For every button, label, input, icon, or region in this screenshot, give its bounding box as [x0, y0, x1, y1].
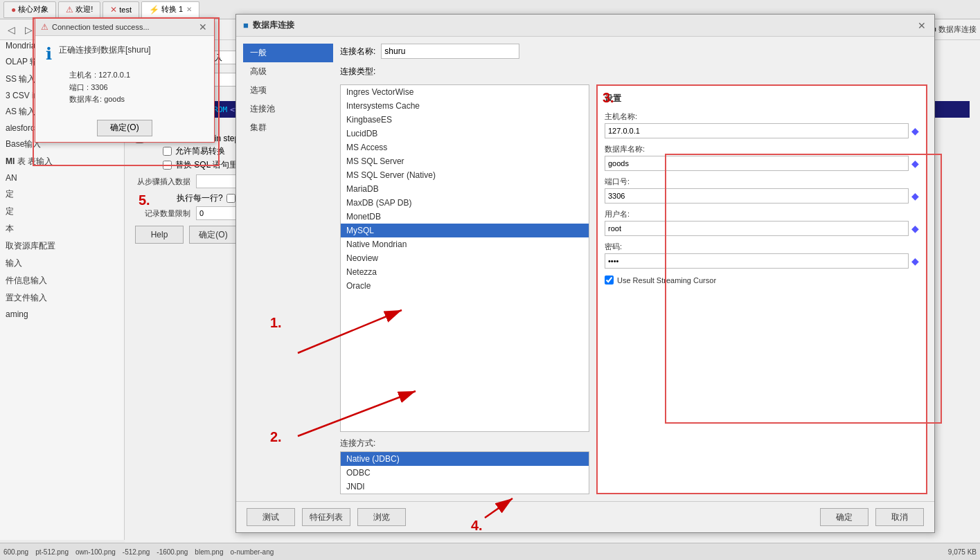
- status-file-3: own-100.png: [75, 548, 116, 556]
- status-file-7: o-number-ang: [230, 548, 274, 556]
- toolbar-btn-forward[interactable]: ▷: [21, 22, 36, 37]
- db-type-monetdb[interactable]: MonetDB: [341, 210, 589, 224]
- sidebar-item-file-info[interactable]: 件信息输入: [0, 272, 124, 289]
- conn-method-jndi[interactable]: JNDI: [341, 480, 589, 494]
- nav-item-options[interactable]: 选项: [243, 81, 333, 100]
- easy-transform-label: 允许简易转换: [175, 145, 225, 157]
- db-type-mssql-native[interactable]: MS SQL Server (Native): [341, 168, 589, 182]
- settings-password-input[interactable]: [605, 253, 909, 269]
- db-type-mssql[interactable]: MS SQL Server: [341, 154, 589, 168]
- popup-body: ℹ 正确连接到数据库[shuru] 主机名 : 127.0.0.1 端口 : 3…: [35, 36, 214, 114]
- nav-item-general[interactable]: 一般: [243, 44, 333, 62]
- dialog-ok-button[interactable]: 确定: [820, 508, 868, 526]
- popup-info-icon: ℹ: [46, 44, 52, 64]
- db-type-ingres[interactable]: Ingres VectorWise: [341, 85, 589, 99]
- streaming-cursor-label: Use Result Streaming Cursor: [617, 276, 716, 284]
- sidebar-item-def1[interactable]: 定: [0, 186, 124, 203]
- popup-host-row: 主机名 : 127.0.0.1: [69, 69, 204, 82]
- db-type-intersystems[interactable]: Intersystems Cache: [341, 99, 589, 113]
- conn-method-listbox[interactable]: Native (JDBC) ODBC JNDI: [340, 451, 589, 494]
- tab-icon-welcome: ⚠: [66, 5, 73, 15]
- tab-label-test: test: [119, 6, 132, 14]
- popup-message: 正确连接到数据库[shuru]: [59, 44, 151, 56]
- conn-method-odbc[interactable]: ODBC: [341, 466, 589, 480]
- settings-host-diamond[interactable]: ◆: [911, 125, 919, 136]
- tab-core-object[interactable]: ● 核心对象: [3, 1, 56, 18]
- sidebar-item-an[interactable]: AN: [0, 170, 124, 186]
- db-type-msaccess[interactable]: MS Access: [341, 141, 589, 154]
- settings-dbname-diamond[interactable]: ◆: [911, 158, 919, 169]
- settings-title: 设置: [605, 93, 919, 105]
- settings-port-input[interactable]: [605, 188, 909, 204]
- settings-port-diamond[interactable]: ◆: [911, 190, 919, 201]
- sidebar-item-input[interactable]: 输入: [0, 255, 124, 272]
- db-type-listbox[interactable]: Ingres VectorWise Intersystems Cache Kin…: [340, 84, 589, 432]
- toolbar-btn-back[interactable]: ◁: [3, 22, 19, 37]
- execute-each-checkbox[interactable]: [226, 194, 235, 203]
- popup-close-button[interactable]: ✕: [197, 21, 208, 33]
- step-ok-button[interactable]: 确定(O): [189, 226, 238, 244]
- settings-user-diamond[interactable]: ◆: [911, 223, 919, 234]
- dialog-cancel-button[interactable]: 取消: [875, 508, 924, 526]
- sidebar-item-ben[interactable]: 本: [0, 220, 124, 237]
- conn-method-native[interactable]: Native (JDBC): [341, 452, 589, 466]
- tab-transform1[interactable]: ⚡ 转换 1 ✕: [141, 1, 199, 18]
- test-button[interactable]: 测试: [247, 508, 295, 526]
- conn-name-label: 连接名称:: [340, 46, 375, 57]
- dialog-close-button[interactable]: ✕: [916, 20, 927, 31]
- conn-method-section: 连接方式: Native (JDBC) ODBC JNDI: [340, 437, 589, 494]
- settings-host-input[interactable]: [605, 123, 909, 138]
- tab-label-welcome: 欢迎!: [75, 4, 93, 15]
- nav-item-pool[interactable]: 连接池: [243, 100, 333, 118]
- nav-item-advanced[interactable]: 高级: [243, 62, 333, 81]
- dialog-body: 一般 高级 选项 连接池 集群 连接名称: 连接类型: Ingres Vecto…: [236, 37, 934, 501]
- conn-name-input[interactable]: [381, 44, 519, 59]
- easy-transform-checkbox[interactable]: [163, 147, 172, 156]
- dialog-title: ■ 数据库连接: [243, 19, 294, 31]
- replace-sql-checkbox[interactable]: [163, 161, 172, 170]
- db-type-native-mondrian[interactable]: Native Mondrian: [341, 237, 589, 251]
- status-filesize: 9,075 KB: [948, 548, 977, 556]
- db-type-luciddb[interactable]: LucidDB: [341, 127, 589, 141]
- conn-type-label: 连接类型:: [340, 66, 927, 78]
- nav-item-cluster[interactable]: 集群: [243, 118, 333, 137]
- browse-button[interactable]: 浏览: [357, 508, 406, 526]
- dialog-footer: 测试 特征列表 浏览 确定 取消: [236, 501, 934, 532]
- tab-welcome[interactable]: ⚠ 欢迎!: [58, 1, 100, 18]
- help-button[interactable]: Help: [135, 226, 184, 244]
- tab-close-transform[interactable]: ✕: [186, 6, 192, 13]
- db-type-neoview[interactable]: Neoview: [341, 251, 589, 265]
- db-type-maxdb[interactable]: MaxDB (SAP DB): [341, 196, 589, 210]
- sidebar-item-mi[interactable]: MI 表 表输入: [0, 153, 124, 170]
- popup-ok-button[interactable]: 确定(O): [97, 120, 152, 136]
- annotation-four: 4.: [471, 518, 483, 534]
- settings-dbname-input[interactable]: [605, 156, 909, 171]
- db-connection-dialog: ■ 数据库连接 ✕ 一般 高级 选项 连接池 集群 连接名称: 连接类型:: [235, 14, 935, 533]
- db-type-mysql[interactable]: MySQL: [341, 224, 589, 237]
- footer-right-buttons: 确定 取消: [820, 508, 924, 526]
- db-type-kingbase[interactable]: KingbaseES: [341, 113, 589, 127]
- popup-title-label: Connection tested success...: [52, 23, 150, 31]
- dialog-title-icon: ■: [243, 20, 249, 30]
- status-bar: 600.png pt-512.png own-100.png -512.png …: [0, 543, 980, 560]
- popup-info-row: ℹ 正确连接到数据库[shuru]: [46, 44, 204, 64]
- popup-port-label: 端口: [69, 83, 84, 91]
- tab-test[interactable]: ✕ test: [103, 1, 139, 18]
- from-step-label: 从步骤插入数据: [135, 177, 190, 187]
- popup-db-label: 数据库名:: [69, 95, 102, 103]
- sidebar-item-resource[interactable]: 取资源库配置: [0, 237, 124, 255]
- sidebar-item-def2[interactable]: 定: [0, 203, 124, 220]
- tab-icon-test: ✕: [110, 5, 117, 15]
- sidebar-item-config-file[interactable]: 置文件输入: [0, 289, 124, 307]
- db-type-netezza[interactable]: Netezza: [341, 265, 589, 279]
- db-type-oracle[interactable]: Oracle: [341, 279, 589, 293]
- sidebar-item-aming[interactable]: aming: [0, 307, 124, 322]
- settings-password-diamond[interactable]: ◆: [911, 255, 919, 267]
- connection-name-row: 连接名称:: [340, 44, 927, 59]
- feature-list-button[interactable]: 特征列表: [302, 508, 350, 526]
- popup-port-row: 端口 : 3306: [69, 82, 204, 94]
- db-type-mariadb[interactable]: MariaDB: [341, 182, 589, 196]
- streaming-cursor-checkbox[interactable]: [605, 276, 614, 284]
- annotation-one: 1.: [270, 315, 282, 331]
- settings-user-input[interactable]: [605, 221, 909, 236]
